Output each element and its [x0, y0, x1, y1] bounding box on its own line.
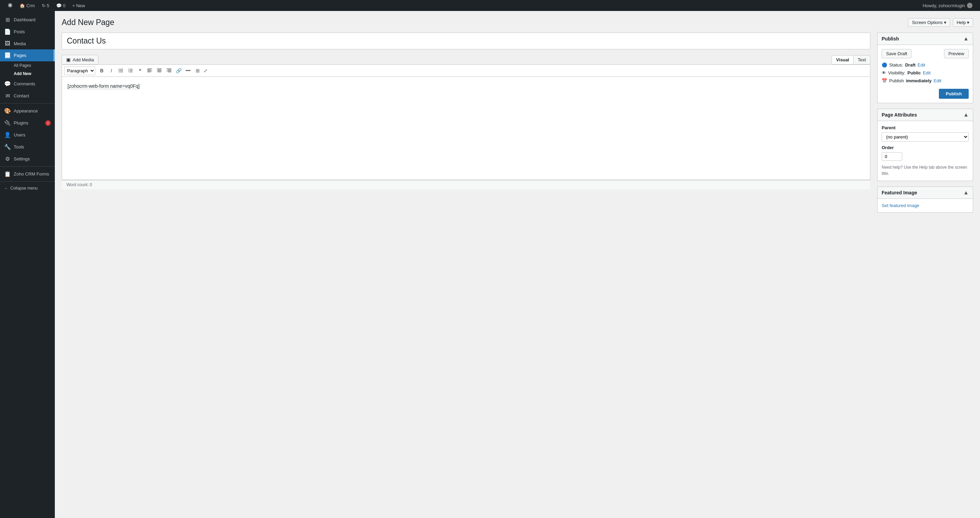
collapse-menu-button[interactable]: ← Collapse menu — [0, 183, 55, 193]
svg-rect-6 — [129, 69, 133, 70]
sidebar-item-label: Appearance — [14, 108, 38, 113]
svg-rect-17 — [158, 70, 161, 70]
preview-button[interactable]: Preview — [944, 49, 969, 58]
sidebar-item-posts[interactable]: 📄 Posts — [0, 26, 55, 38]
visibility-edit-link[interactable]: Edit — [923, 70, 930, 75]
link-button[interactable]: 🔗 — [174, 66, 183, 75]
publish-panel-toggle[interactable]: ▲ — [963, 36, 969, 42]
sidebar-item-zoho-crm[interactable]: 📋 Zoho CRM Forms — [0, 168, 55, 180]
sidebar-item-label: Users — [14, 132, 25, 137]
publish-time-edit-link[interactable]: Edit — [934, 78, 941, 83]
page-attributes-title: Page Attributes — [881, 112, 917, 118]
blockquote-button[interactable]: ❝ — [136, 66, 145, 75]
sidebar-item-tools[interactable]: 🔧 Tools — [0, 141, 55, 153]
sidebar-item-media[interactable]: 🖼 Media — [0, 38, 55, 49]
editor-content-area[interactable]: [zohocrm-web-form name=vq0Fq] — [62, 77, 870, 180]
status-edit-link[interactable]: Edit — [918, 62, 925, 67]
sidebar-item-dashboard[interactable]: ⊞ Dashboard — [0, 14, 55, 26]
sidebar: ⊞ Dashboard 📄 Posts 🖼 Media 📃 Pages All … — [0, 11, 55, 518]
svg-rect-7 — [129, 70, 133, 71]
align-center-button[interactable] — [155, 66, 164, 75]
menu-separator-2 — [0, 166, 55, 167]
svg-rect-16 — [157, 69, 162, 69]
align-right-button[interactable] — [164, 66, 173, 75]
header-buttons: Screen Options ▾ Help ▾ — [908, 18, 973, 27]
sidebar-item-label: Contact — [14, 93, 29, 99]
adminbar-new[interactable]: + New — [69, 0, 88, 11]
ordered-list-button[interactable]: 123 — [126, 66, 135, 75]
svg-rect-20 — [167, 69, 171, 69]
unordered-list-button[interactable] — [116, 66, 126, 75]
publish-panel-actions: Save Draft Preview — [881, 49, 969, 58]
help-text: Need help? Use the Help tab above the sc… — [881, 164, 969, 177]
visual-text-tabs: Visual Text — [832, 55, 870, 64]
grid-button[interactable]: ⊞ — [193, 66, 202, 75]
svg-rect-13 — [147, 70, 151, 70]
svg-rect-15 — [147, 72, 151, 72]
svg-rect-12 — [147, 69, 152, 69]
order-input[interactable] — [881, 152, 902, 161]
updates-icon: ↻ — [42, 3, 46, 8]
featured-image-panel-toggle[interactable]: ▲ — [963, 190, 969, 196]
site-name: Crm — [26, 3, 35, 8]
post-title-input[interactable] — [62, 33, 870, 49]
page-attributes-panel-toggle[interactable]: ▲ — [963, 112, 969, 118]
zoho-icon: 📋 — [4, 171, 11, 177]
editor-layout: ▣ Add Media Visual Text Paragraph — [62, 33, 973, 218]
publish-button[interactable]: Publish — [939, 89, 969, 99]
sidebar-item-contact[interactable]: ✉ Contact — [0, 90, 55, 102]
italic-button[interactable]: I — [107, 66, 116, 75]
help-button[interactable]: Help ▾ — [953, 18, 973, 27]
set-featured-image-link[interactable]: Set featured image — [881, 203, 920, 208]
sidebar-item-settings[interactable]: ⚙ Settings — [0, 153, 55, 165]
adminbar-site[interactable]: 🏠 Crm — [16, 0, 38, 11]
visibility-label: Visibility: — [888, 70, 905, 75]
page-attributes-panel-body: Parent (no parent) Order Need help? Use … — [878, 121, 973, 181]
svg-point-3 — [119, 69, 119, 70]
expand-editor-button[interactable]: ⤢ — [203, 67, 208, 74]
order-field-row: Order — [881, 145, 969, 161]
sidebar-item-label: Zoho CRM Forms — [14, 171, 49, 177]
status-label: Status: — [889, 62, 903, 67]
word-count-label: Word count: 0 — [67, 182, 92, 187]
plugins-icon: 🔌 — [4, 120, 11, 126]
sidebar-subitem-add-new[interactable]: Add New — [0, 70, 55, 78]
publish-panel-title: Publish — [881, 36, 899, 41]
sidebar-item-comments[interactable]: 💬 Comments — [0, 78, 55, 90]
sidebar-subitem-all-pages[interactable]: All Pages — [0, 61, 55, 70]
svg-point-5 — [119, 72, 119, 72]
bold-button[interactable]: B — [97, 66, 106, 75]
svg-rect-19 — [158, 72, 161, 72]
add-media-icon: ▣ — [66, 57, 71, 62]
page-attributes-panel: Page Attributes ▲ Parent (no parent) Ord… — [877, 109, 973, 181]
adminbar-updates[interactable]: ↻ 5 — [38, 0, 53, 11]
more-button[interactable] — [184, 66, 192, 75]
save-draft-button[interactable]: Save Draft — [881, 49, 912, 58]
sidebar-item-users[interactable]: 👤 Users — [0, 129, 55, 141]
format-select[interactable]: Paragraph — [64, 67, 95, 75]
visual-tab[interactable]: Visual — [832, 55, 854, 64]
publish-clearfix: Publish — [881, 86, 969, 99]
settings-icon: ⚙ — [4, 156, 11, 162]
adminbar-comments[interactable]: 💬 0 — [53, 0, 69, 11]
word-count-bar: Word count: 0 — [62, 180, 870, 189]
wp-logo[interactable]: ✺ — [4, 2, 16, 9]
align-left-button[interactable] — [145, 66, 154, 75]
add-media-button[interactable]: ▣ Add Media — [62, 55, 99, 64]
featured-image-panel-body: Set featured image — [878, 199, 973, 212]
publish-panel-body: Save Draft Preview 🔵 Status: Draft Edit … — [878, 45, 973, 103]
add-media-label: Add Media — [73, 57, 94, 62]
text-tab[interactable]: Text — [854, 55, 870, 64]
sidebar-item-plugins[interactable]: 🔌 Plugins 2 — [0, 117, 55, 129]
parent-select[interactable]: (no parent) — [881, 132, 969, 142]
publish-time-value: immediately — [906, 78, 932, 83]
admin-bar: ✺ 🏠 Crm ↻ 5 💬 0 + New Howdy, zohocrmlugi… — [0, 0, 980, 11]
parent-field-row: Parent (no parent) — [881, 125, 969, 142]
menu-separator-3 — [0, 181, 55, 182]
new-label: + New — [72, 3, 85, 8]
sidebar-item-pages[interactable]: 📃 Pages — [0, 49, 55, 61]
sidebar-item-appearance[interactable]: 🎨 Appearance — [0, 105, 55, 117]
svg-rect-23 — [168, 72, 171, 72]
screen-options-button[interactable]: Screen Options ▾ — [908, 18, 950, 27]
svg-rect-21 — [168, 70, 171, 70]
